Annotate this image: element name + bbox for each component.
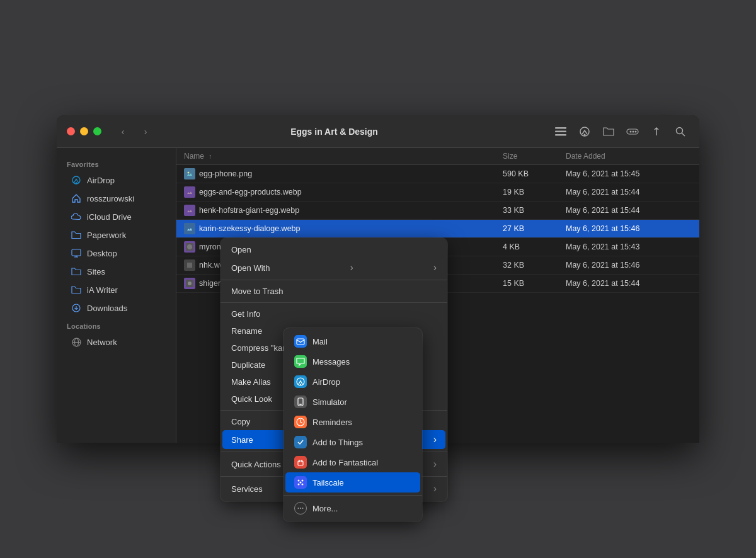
- things-icon: [294, 436, 307, 448]
- icloud-icon: [71, 211, 82, 222]
- context-menu-move-to-trash[interactable]: Move to Trash: [222, 283, 445, 300]
- svg-point-45: [298, 480, 300, 482]
- share-add-to-things[interactable]: Add to Things: [285, 432, 420, 452]
- context-menu-open[interactable]: Open: [222, 241, 445, 258]
- share-mail[interactable]: Mail: [285, 331, 420, 351]
- svg-point-6: [630, 130, 632, 132]
- share-airdrop[interactable]: AirDrop: [285, 372, 420, 392]
- mail-icon: [294, 335, 307, 348]
- view-options-icon[interactable]: [552, 123, 570, 140]
- menu-divider: [220, 280, 447, 280]
- close-button[interactable]: [67, 127, 75, 135]
- svg-rect-39: [296, 438, 305, 447]
- file-row[interactable]: eggs-and-egg-products.webp 19 KB May 6, …: [176, 183, 699, 202]
- action-menu-icon[interactable]: [624, 123, 641, 140]
- sidebar-item-sites[interactable]: Sites: [60, 263, 172, 280]
- sidebar-item-iawriter[interactable]: iA Writer: [60, 281, 172, 299]
- minimize-button[interactable]: [80, 127, 88, 135]
- finder-window: ‹ › Eggs in Art & Design: [57, 115, 699, 443]
- share-submenu: Mail Messages AirDrop: [284, 328, 422, 521]
- sidebar-item-label: Downloads: [87, 304, 127, 313]
- file-list-header: Name ↑ Size Date Added: [176, 148, 699, 165]
- more-icon: [294, 502, 307, 515]
- share-reminders[interactable]: Reminders: [285, 412, 420, 432]
- file-type-icon: [184, 241, 195, 253]
- share-add-to-fantastical[interactable]: Add to Fantastical: [285, 452, 420, 472]
- title-bar: ‹ › Eggs in Art & Design: [57, 115, 699, 148]
- file-type-icon: [184, 205, 195, 216]
- sidebar-item-paperwork[interactable]: Paperwork: [60, 226, 172, 244]
- sort-arrow: ↑: [209, 153, 212, 160]
- airdrop-icon[interactable]: [576, 123, 593, 140]
- svg-point-7: [633, 130, 634, 132]
- sidebar-item-label: rosszurowski: [87, 194, 134, 203]
- sidebar-item-label: Desktop: [87, 249, 117, 258]
- menu-divider: [284, 495, 422, 496]
- file-row[interactable]: egg-phone.png 590 KB May 6, 2021 at 15:4…: [176, 165, 699, 183]
- search-icon[interactable]: [672, 123, 689, 140]
- svg-point-8: [635, 130, 637, 132]
- airdrop-submenu-icon: [294, 375, 307, 388]
- sidebar-item-label: iCloud Drive: [87, 212, 132, 222]
- file-type-icon: [184, 168, 195, 179]
- sidebar-item-rosszurowski[interactable]: rosszurowski: [60, 190, 172, 207]
- name-column-header[interactable]: Name ↑: [184, 152, 503, 161]
- sort-options-icon[interactable]: [648, 123, 665, 140]
- svg-point-22: [188, 172, 190, 174]
- menu-divider: [220, 302, 447, 303]
- sidebar-item-icloud[interactable]: iCloud Drive: [60, 208, 172, 225]
- window-title: Eggs in Art & Design: [117, 127, 552, 137]
- reminders-icon: [294, 416, 307, 428]
- share-messages[interactable]: Messages: [285, 351, 420, 372]
- svg-point-37: [300, 404, 301, 405]
- context-menu-open-with[interactable]: Open With: [222, 258, 445, 277]
- size-column-header[interactable]: Size: [503, 152, 566, 161]
- svg-point-51: [300, 508, 301, 509]
- traffic-lights: [67, 127, 101, 135]
- home-icon: [71, 193, 82, 204]
- svg-rect-2: [555, 134, 566, 136]
- sidebar-item-label: Sites: [87, 267, 105, 276]
- sidebar-item-label: Network: [87, 338, 117, 347]
- fantastical-icon: [294, 456, 307, 469]
- fullscreen-button[interactable]: [93, 127, 101, 135]
- svg-point-10: [677, 127, 683, 134]
- svg-rect-25: [186, 225, 193, 232]
- sidebar-item-downloads[interactable]: Downloads: [60, 299, 172, 317]
- share-simulator[interactable]: Simulator: [285, 392, 420, 412]
- svg-rect-29: [187, 263, 192, 268]
- svg-point-47: [298, 484, 300, 486]
- file-row[interactable]: henk-hofstra-giant-egg.webp 33 KB May 6,…: [176, 202, 699, 220]
- svg-rect-32: [297, 339, 304, 344]
- file-type-icon: [184, 223, 195, 234]
- svg-point-13: [76, 182, 77, 183]
- favorites-label: Favorites: [57, 156, 176, 171]
- svg-rect-24: [186, 207, 193, 214]
- submenu-arrow-icon: ›: [433, 483, 437, 494]
- submenu-arrow-icon: ›: [433, 434, 437, 445]
- svg-rect-1: [555, 130, 566, 132]
- sidebar-item-label: Paperwork: [87, 231, 126, 240]
- svg-point-46: [302, 480, 304, 482]
- share-tailscale[interactable]: Tailscale: [285, 472, 420, 493]
- svg-line-11: [682, 133, 685, 136]
- sidebar-item-network[interactable]: Network: [60, 333, 172, 351]
- context-menu-get-info[interactable]: Get Info: [222, 305, 445, 322]
- svg-rect-21: [186, 170, 193, 178]
- iawriter-icon: [71, 284, 82, 295]
- date-column-header[interactable]: Date Added: [566, 152, 692, 161]
- toolbar-actions: [552, 123, 689, 140]
- share-more[interactable]: More...: [285, 498, 420, 518]
- sidebar-item-airdrop[interactable]: AirDrop: [60, 171, 172, 189]
- svg-point-31: [188, 282, 192, 285]
- sidebar-item-label: iA Writer: [87, 285, 118, 295]
- sidebar-item-desktop[interactable]: Desktop: [60, 244, 172, 262]
- folder-icon[interactable]: [600, 123, 617, 140]
- simulator-icon: [294, 396, 307, 408]
- svg-rect-14: [72, 249, 81, 256]
- desktop-icon: [71, 248, 82, 259]
- file-type-icon: [184, 186, 195, 198]
- messages-icon: [294, 355, 307, 368]
- svg-point-27: [187, 244, 192, 249]
- file-row-selected[interactable]: karin-szekessy-dialoge.webp 27 KB May 6,…: [176, 220, 699, 238]
